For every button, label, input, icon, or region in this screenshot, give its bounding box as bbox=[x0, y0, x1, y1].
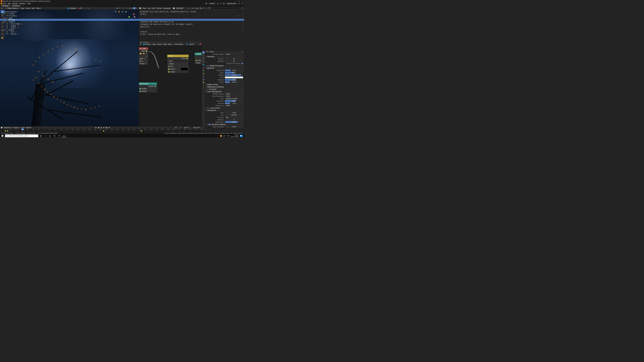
syntax-toggle[interactable]: A bbox=[198, 7, 198, 9]
shading-popover[interactable]: ▾ bbox=[136, 7, 138, 9]
blender-app[interactable]: ◆ bbox=[62, 134, 66, 137]
te-menu-text[interactable]: Text bbox=[148, 7, 150, 9]
tray-expand-icon[interactable]: ^ bbox=[218, 135, 219, 137]
keyframe[interactable] bbox=[5, 130, 6, 132]
te-menu-edit[interactable]: Edit bbox=[152, 7, 155, 9]
text-unlink-button[interactable]: ✕ bbox=[190, 7, 191, 9]
vp-menu-select[interactable]: Select bbox=[26, 7, 30, 9]
editor-type-icon[interactable]: ◉ bbox=[140, 43, 142, 45]
store-app[interactable]: 🛍 bbox=[52, 134, 57, 137]
task-view-button[interactable]: ▤ bbox=[38, 134, 43, 137]
menu-help[interactable]: Help bbox=[27, 3, 31, 4]
vp-menu-add[interactable]: Add bbox=[32, 7, 34, 9]
ne-menu-node[interactable]: Node bbox=[168, 43, 172, 45]
maximize-button[interactable]: ▢ bbox=[238, 0, 240, 2]
snap-button[interactable]: 🧲 bbox=[79, 7, 81, 9]
mode-selector[interactable]: ⬚ Object Mode ▾ bbox=[4, 7, 19, 9]
tl-menu-playback[interactable]: Playback ▾ bbox=[4, 127, 12, 129]
xray-toggle[interactable]: ⬚ bbox=[122, 7, 124, 9]
wordwrap-toggle[interactable]: ↩ bbox=[196, 7, 198, 9]
pin-icon[interactable]: 📌 bbox=[241, 51, 243, 53]
orientation-selector[interactable]: 🌐 Global ▾ bbox=[66, 7, 78, 9]
autokey-button[interactable]: ● bbox=[180, 126, 182, 129]
ne-menu-view[interactable]: View bbox=[152, 43, 156, 45]
te-menu-view[interactable]: View bbox=[142, 7, 146, 9]
keyframe[interactable] bbox=[103, 130, 104, 132]
shader-type-selector[interactable]: 🌐 World ▾ bbox=[143, 43, 151, 45]
vp-menu-object[interactable]: Object bbox=[36, 7, 41, 9]
overlays-toggle[interactable]: ◑ bbox=[116, 7, 118, 9]
shading-rendered[interactable]: ◉ bbox=[133, 7, 136, 9]
ne-menu-select[interactable]: Select bbox=[157, 43, 162, 45]
shading-wire[interactable]: ○ bbox=[126, 7, 128, 9]
vp-menu-view[interactable]: View bbox=[21, 7, 24, 9]
world-selector[interactable]: World bbox=[189, 43, 198, 45]
play[interactable]: ▶ bbox=[103, 126, 105, 129]
close-button[interactable]: ✕ bbox=[242, 0, 243, 2]
viewlayer-unlink-button[interactable]: ✕ bbox=[242, 2, 244, 4]
outliner-filter[interactable]: ▼ bbox=[242, 7, 244, 9]
overlays-popover[interactable]: ▾ bbox=[118, 7, 120, 9]
mail-app[interactable]: ✉ bbox=[57, 134, 62, 137]
notification-button[interactable]: 💬4 bbox=[240, 135, 243, 137]
start-button[interactable] bbox=[0, 134, 5, 137]
pin-button[interactable]: 📌 bbox=[199, 43, 201, 45]
viewlayer-new-button[interactable]: ◫ bbox=[238, 2, 240, 4]
tl-menu-marker[interactable]: Marker bbox=[26, 127, 31, 129]
tab-general[interactable]: General bbox=[1, 5, 10, 7]
text-new-button[interactable]: ◫ bbox=[188, 7, 189, 9]
te-menu-format[interactable]: Format bbox=[156, 7, 162, 9]
prev-key[interactable]: ◀▮ bbox=[97, 126, 100, 129]
editor-type-icon[interactable]: 🕒 bbox=[1, 126, 3, 129]
scene-selector[interactable]: Scene bbox=[208, 2, 216, 4]
outliner-tree[interactable]: ▾🗀Scene Collection ▾🗀Camera👁 ▸📷Camera▦● … bbox=[0, 10, 244, 129]
scene-new-button[interactable]: ◫ bbox=[217, 2, 219, 4]
play-reverse[interactable]: ◀ bbox=[100, 126, 102, 129]
editor-type-icon[interactable]: ▦ bbox=[1, 7, 3, 9]
taskbar-search[interactable]: 🔍Aramak için buraya yazın bbox=[5, 134, 38, 137]
proportional-mode[interactable]: ▾ bbox=[88, 7, 90, 9]
menu-file[interactable]: File bbox=[3, 3, 6, 4]
wifi-icon[interactable]: 📶 bbox=[220, 135, 222, 137]
editor-type-icon[interactable]: ☰ bbox=[202, 7, 204, 9]
ne-menu-add[interactable]: Add bbox=[163, 43, 166, 45]
edge-app[interactable]: ⓔ bbox=[43, 134, 48, 137]
tab-animation[interactable]: Animation bbox=[11, 5, 22, 7]
text-file-selector[interactable]: README bbox=[176, 7, 186, 9]
snap-mode[interactable]: ▾ bbox=[81, 7, 84, 9]
frame-start[interactable]: Start: 1 bbox=[183, 126, 191, 129]
keyframe[interactable] bbox=[7, 130, 8, 132]
next-key[interactable]: ▮▶ bbox=[105, 126, 108, 129]
current-frame[interactable]: 33 bbox=[174, 126, 178, 129]
jump-start[interactable]: ⏮ bbox=[94, 126, 97, 129]
outliner-search[interactable]: 🔍 bbox=[208, 7, 241, 9]
outliner-display-mode[interactable]: ▾ bbox=[205, 7, 207, 9]
frame-end[interactable]: End: 350 bbox=[192, 126, 201, 129]
use-nodes-checkbox[interactable]: ✓ bbox=[173, 43, 174, 45]
menu-render[interactable]: Render bbox=[12, 3, 18, 4]
tl-menu-view[interactable]: View bbox=[21, 127, 25, 129]
text-datablock-icon: 📄 bbox=[173, 7, 175, 9]
keyframe[interactable] bbox=[141, 130, 142, 132]
timeline-tick: 340 bbox=[195, 129, 197, 130]
run-script-button[interactable]: ▶ bbox=[193, 7, 194, 9]
viewlayer-selector[interactable]: RenderLayer bbox=[226, 2, 238, 4]
te-menu-templates[interactable]: Templates bbox=[163, 7, 170, 9]
minimize-button[interactable]: ─ bbox=[235, 0, 236, 2]
tl-menu-keying[interactable]: Keying ▾ bbox=[14, 127, 20, 129]
shading-lookdev[interactable]: ◐ bbox=[131, 7, 133, 9]
menu-window[interactable]: Window bbox=[20, 3, 26, 4]
volume-icon[interactable]: 🔊 bbox=[223, 135, 225, 137]
menu-edit[interactable]: Edit bbox=[8, 3, 10, 4]
clock[interactable]: 02:5216.10.2019 bbox=[231, 134, 238, 137]
timeline-ruler[interactable]: 33 0102030405060708090100110120130140150… bbox=[0, 129, 202, 132]
add-workspace-button[interactable]: + bbox=[23, 5, 24, 7]
explorer-app[interactable]: 🗂 bbox=[48, 134, 52, 137]
jump-end[interactable]: ⏭ bbox=[108, 126, 110, 129]
editor-type-icon[interactable]: 📝 bbox=[140, 7, 141, 9]
timeline-tick: 320 bbox=[184, 129, 186, 130]
language-indicator[interactable]: TUR bbox=[226, 135, 230, 137]
shading-solid[interactable]: ● bbox=[128, 7, 130, 9]
scene-unlink-button[interactable]: ✕ bbox=[220, 2, 222, 4]
proportional-edit-button[interactable]: ○ bbox=[85, 7, 88, 9]
